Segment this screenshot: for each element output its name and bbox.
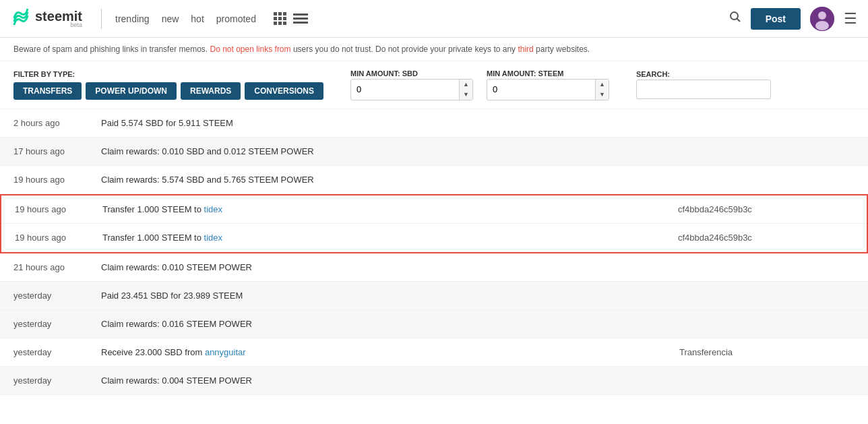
tx-time: yesterday — [0, 340, 94, 364]
warning-text2: users you do not trust. — [293, 44, 373, 54]
svg-point-0 — [731, 12, 738, 20]
tx-time: 19 hours ago — [1, 198, 96, 221]
tx-meta — [666, 260, 868, 274]
search-input[interactable] — [636, 80, 771, 99]
filter-power[interactable]: POWER UP/DOWN — [86, 82, 177, 100]
tx-time: yesterday — [0, 284, 94, 307]
warning-text4: party websites. — [536, 44, 590, 54]
table-row: 19 hours ago Transfer 1.000 STEEM to tid… — [1, 224, 867, 252]
table-row: yesterday Claim rewards: 0.004 STEEM POW… — [0, 367, 868, 395]
filter-transfers[interactable]: TRANSFERS — [13, 82, 82, 100]
tx-desc: Receive 23.000 SBD from annyguitar — [94, 340, 666, 364]
table-row: 2 hours ago Paid 5.574 SBD for 5.911 STE… — [0, 109, 868, 138]
min-sbd-down[interactable]: ▼ — [460, 90, 472, 100]
table-row: 19 hours ago Transfer 1.000 STEEM to tid… — [1, 195, 867, 224]
tx-time: 19 hours ago — [1, 226, 96, 249]
filter-buttons: TRANSFERS POWER UP/DOWN REWARDS CONVERSI… — [13, 82, 323, 100]
warning-text1: Beware of spam and phishing links in tra… — [13, 44, 208, 54]
warning-text3: Do not provide your private keys to any — [375, 44, 516, 54]
filter-conversions[interactable]: CONVERSIONS — [245, 82, 323, 100]
tx-desc: Paid 23.451 SBD for 23.989 STEEM — [94, 284, 666, 307]
nav-links: trending new hot promoted — [115, 13, 256, 24]
tx-meta — [666, 173, 868, 186]
tx-desc: Claim rewards: 0.016 STEEM POWER — [94, 312, 666, 336]
min-steem-input-wrap: ▲ ▼ — [487, 79, 609, 100]
tx-meta: Transferencia — [666, 340, 868, 364]
search-button[interactable] — [729, 11, 741, 26]
filter-type-label: FILTER BY TYPE: — [13, 70, 323, 78]
steemit-logo-icon — [11, 7, 31, 31]
tx-desc: Transfer 1.000 STEEM to tidex — [96, 198, 664, 221]
min-sbd-group: MIN AMOUNT: SBD ▲ ▼ — [350, 69, 473, 100]
search-label: SEARCH: — [636, 70, 771, 78]
nav-trending[interactable]: trending — [115, 13, 150, 24]
nav-hot[interactable]: hot — [191, 13, 204, 24]
tx-meta: cf4bbda246c59b3c — [664, 198, 867, 221]
grid-view-icon[interactable] — [274, 12, 286, 25]
nav-divider — [101, 9, 102, 29]
tx-meta — [666, 144, 868, 158]
tx-desc: Transfer 1.000 STEEM to tidex — [96, 226, 664, 249]
tx-time: yesterday — [0, 312, 94, 336]
tx-meta — [666, 373, 868, 387]
svg-point-3 — [818, 11, 826, 20]
min-sbd-input-wrap: ▲ ▼ — [350, 79, 473, 100]
tx-desc: Claim rewards: 0.010 SBD and 0.012 STEEM… — [94, 140, 666, 163]
logo[interactable]: steemit beta — [11, 7, 82, 31]
min-steem-label: MIN AMOUNT: STEEM — [487, 69, 609, 78]
tx-desc: Claim rewards: 0.010 STEEM POWER — [94, 255, 666, 279]
post-button[interactable]: Post — [751, 8, 801, 30]
tx-time: 2 hours ago — [0, 111, 94, 135]
min-sbd-spinners: ▲ ▼ — [459, 80, 472, 100]
table-row: yesterday Paid 23.451 SBD for 23.989 STE… — [0, 282, 868, 310]
tx-time: 17 hours ago — [0, 140, 94, 163]
highlighted-block: 19 hours ago Transfer 1.000 STEEM to tid… — [0, 194, 868, 253]
filter-rewards[interactable]: REWARDS — [181, 82, 241, 100]
min-sbd-label: MIN AMOUNT: SBD — [350, 69, 473, 78]
navbar: steemit beta trending new hot promoted P… — [0, 0, 868, 38]
warning-bar: Beware of spam and phishing links in tra… — [0, 38, 868, 61]
svg-line-1 — [737, 19, 740, 22]
warning-link1[interactable]: Do not open links from — [210, 44, 290, 54]
min-steem-up[interactable]: ▲ — [596, 80, 609, 90]
tx-desc: Paid 5.574 SBD for 5.911 STEEM — [94, 111, 666, 135]
transactions-list: 2 hours ago Paid 5.574 SBD for 5.911 STE… — [0, 109, 868, 395]
table-row: yesterday Claim rewards: 0.016 STEEM POW… — [0, 310, 868, 338]
list-view-icon[interactable] — [293, 13, 308, 24]
tx-time: yesterday — [0, 369, 94, 392]
tx-meta — [666, 116, 868, 129]
tx-meta — [666, 317, 868, 330]
table-row: 21 hours ago Claim rewards: 0.010 STEEM … — [0, 253, 868, 282]
warning-link2[interactable]: third — [518, 44, 533, 54]
table-row: 17 hours ago Claim rewards: 0.010 SBD an… — [0, 138, 868, 166]
nav-icons: Post ☰ — [729, 7, 857, 31]
menu-button[interactable]: ☰ — [844, 10, 857, 28]
table-row: yesterday Receive 23.000 SBD from annygu… — [0, 338, 868, 367]
svg-point-4 — [815, 21, 829, 30]
tx-desc: Claim rewards: 0.004 STEEM POWER — [94, 369, 666, 392]
tidex-link[interactable]: tidex — [204, 204, 222, 214]
min-steem-group: MIN AMOUNT: STEEM ▲ ▼ — [487, 69, 609, 100]
annyguitar-link[interactable]: annyguitar — [205, 347, 246, 357]
nav-promoted[interactable]: promoted — [216, 13, 256, 24]
nav-new[interactable]: new — [162, 13, 179, 24]
min-sbd-up[interactable]: ▲ — [460, 80, 472, 90]
tx-meta — [666, 289, 868, 302]
tx-time: 19 hours ago — [0, 168, 94, 191]
tx-time: 21 hours ago — [0, 255, 94, 279]
min-sbd-input[interactable] — [351, 80, 459, 98]
tx-meta: cf4bbda246c59b3c — [664, 226, 867, 249]
filter-section: FILTER BY TYPE: TRANSFERS POWER UP/DOWN … — [0, 61, 868, 109]
tx-desc: Claim rewards: 5.574 SBD and 5.765 STEEM… — [94, 168, 666, 191]
table-row: 19 hours ago Claim rewards: 5.574 SBD an… — [0, 166, 868, 194]
tidex-link-2[interactable]: tidex — [204, 233, 222, 243]
search-group: SEARCH: — [636, 70, 771, 99]
avatar[interactable] — [810, 7, 834, 31]
min-steem-input[interactable] — [487, 80, 595, 98]
min-steem-spinners: ▲ ▼ — [595, 80, 609, 100]
min-steem-down[interactable]: ▼ — [596, 90, 609, 100]
